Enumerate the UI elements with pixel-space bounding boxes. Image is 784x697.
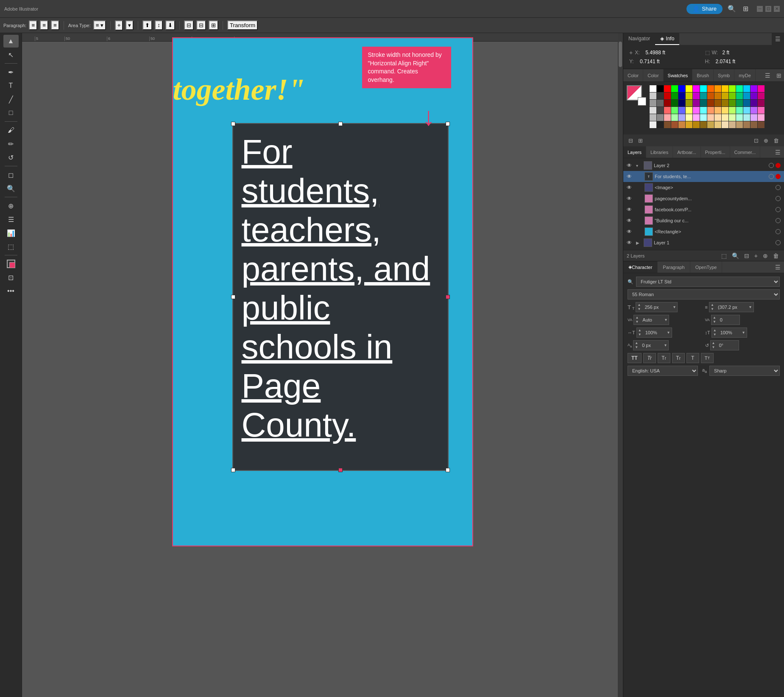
share-button[interactable]: 👤 Share bbox=[686, 4, 723, 14]
swatch-cell[interactable] bbox=[678, 92, 685, 99]
swatch-cell[interactable] bbox=[707, 114, 714, 121]
allcaps-button[interactable]: T bbox=[686, 353, 699, 363]
layer-1-visibility[interactable]: 👁 bbox=[627, 240, 634, 246]
handle-mid-left[interactable] bbox=[231, 295, 235, 299]
hscale-dropdown[interactable]: ▾ bbox=[666, 330, 672, 335]
handle-bot-center[interactable] bbox=[338, 468, 343, 472]
tab-swatches[interactable]: Swatches bbox=[664, 69, 693, 81]
hscale-spinner[interactable]: ▲ ▼ bbox=[637, 328, 643, 337]
layer-item-facebook[interactable]: 👁 facebook.com/P... bbox=[623, 204, 784, 215]
handle-top-right[interactable] bbox=[446, 122, 450, 126]
swatch-cell[interactable] bbox=[671, 121, 678, 128]
screen-mode-tool[interactable]: ⊡ bbox=[3, 271, 19, 284]
make-clipping-mask-button[interactable]: ⬚ bbox=[720, 252, 728, 260]
swatch-cell[interactable] bbox=[729, 121, 736, 128]
swatch-cell[interactable] bbox=[693, 100, 700, 106]
swatch-cell[interactable] bbox=[657, 100, 664, 106]
swatch-cell[interactable] bbox=[736, 121, 743, 128]
swatch-cell[interactable] bbox=[736, 114, 743, 121]
kerning-down[interactable]: ▼ bbox=[634, 320, 640, 324]
handle-bot-right[interactable] bbox=[446, 468, 450, 472]
swatch-cell[interactable] bbox=[664, 121, 671, 128]
swatch-cell[interactable] bbox=[722, 114, 728, 121]
more-tools[interactable]: ••• bbox=[3, 285, 19, 297]
delete-swatch-button[interactable]: 🗑 bbox=[772, 137, 781, 145]
canvas-scrollbar[interactable] bbox=[618, 33, 623, 697]
layer-item-fb-visibility[interactable]: 👁 bbox=[627, 207, 634, 213]
collect-in-new-layer-button[interactable]: ⊟ bbox=[742, 252, 751, 260]
wrap-button[interactable]: ⌖ bbox=[115, 20, 123, 31]
align-bottom-button[interactable]: ⬇ bbox=[165, 20, 175, 30]
align-center-button[interactable]: ≡ bbox=[40, 20, 48, 30]
text-box-selected[interactable]: For students, teachers, parents, and pub… bbox=[232, 123, 449, 471]
swatch-fill-stroke[interactable] bbox=[627, 85, 647, 106]
antialias-select[interactable]: Sharp bbox=[709, 366, 780, 376]
type-tool[interactable]: T bbox=[3, 79, 19, 92]
hscale-input[interactable] bbox=[644, 328, 665, 337]
row-button[interactable]: ⊟ bbox=[196, 20, 206, 30]
swatch-cell[interactable] bbox=[678, 121, 685, 128]
font-size-input[interactable] bbox=[643, 302, 670, 312]
swatch-cell[interactable] bbox=[707, 107, 714, 114]
swatch-cell[interactable] bbox=[671, 100, 678, 106]
swatch-libraries-button[interactable]: ⊟ bbox=[627, 137, 635, 145]
font-size-up[interactable]: ▲ bbox=[636, 303, 642, 307]
tab-color2[interactable]: Color bbox=[643, 69, 663, 81]
swatch-cell[interactable] bbox=[657, 114, 664, 121]
rotation-up[interactable]: ▲ bbox=[711, 341, 717, 345]
swatch-cell[interactable] bbox=[751, 100, 757, 106]
swatch-cell[interactable] bbox=[743, 114, 750, 121]
swatch-cell[interactable] bbox=[657, 92, 664, 99]
swatch-cell[interactable] bbox=[700, 85, 707, 92]
layer-item-page-visibility[interactable]: 👁 bbox=[627, 196, 634, 202]
leading-spinner[interactable]: ▲ ▼ bbox=[709, 303, 715, 311]
swatch-cell[interactable] bbox=[693, 114, 700, 121]
swatch-cell[interactable] bbox=[707, 92, 714, 99]
swatch-cell[interactable] bbox=[743, 121, 750, 128]
tab-myde[interactable]: myDe bbox=[734, 69, 756, 81]
panel-menu-button[interactable]: ☰ bbox=[772, 33, 784, 45]
swatch-cell[interactable] bbox=[693, 121, 700, 128]
baseline-dropdown[interactable]: ▾ bbox=[662, 343, 668, 347]
swatch-cell[interactable] bbox=[743, 100, 750, 106]
tab-opentype[interactable]: OpenType bbox=[690, 261, 723, 273]
handle-mid-right[interactable] bbox=[446, 295, 450, 299]
swatch-cell[interactable] bbox=[729, 114, 736, 121]
swatch-cell[interactable] bbox=[650, 92, 656, 99]
scroll-thumb[interactable] bbox=[619, 42, 622, 67]
swatch-cell[interactable] bbox=[664, 107, 671, 114]
baseline-input[interactable] bbox=[640, 341, 661, 350]
swatch-cell[interactable] bbox=[729, 92, 736, 99]
show-kinds-button[interactable]: ⊞ bbox=[636, 137, 644, 145]
pen-tool[interactable]: ✒ bbox=[3, 66, 19, 78]
baseline-down[interactable]: ▼ bbox=[633, 345, 639, 350]
swatch-cell[interactable] bbox=[664, 100, 671, 106]
canvas-area[interactable]: 5 50 6 50 7 50 together!" Stroke width n… bbox=[22, 33, 623, 697]
swatch-cell[interactable] bbox=[678, 107, 685, 114]
tab-symb[interactable]: Symb bbox=[714, 69, 734, 81]
minimize-button[interactable]: ─ bbox=[757, 6, 763, 12]
layer-item-page[interactable]: 👁 pagecountydem... bbox=[623, 193, 784, 204]
swatch-cell[interactable] bbox=[664, 114, 671, 121]
blend-tool[interactable]: ⊕ bbox=[3, 199, 19, 212]
char-menu-button[interactable]: ☰ bbox=[772, 261, 784, 273]
bold-button[interactable]: TT bbox=[628, 353, 642, 363]
maximize-button[interactable]: ⊡ bbox=[765, 6, 771, 12]
swatch-cell[interactable] bbox=[650, 107, 656, 114]
swatch-cell[interactable] bbox=[743, 92, 750, 99]
swatch-cell[interactable] bbox=[650, 121, 656, 128]
leading-input[interactable] bbox=[716, 302, 747, 312]
swatch-cell[interactable] bbox=[671, 114, 678, 121]
italic-button[interactable]: Tr bbox=[643, 353, 656, 363]
swatch-cell[interactable] bbox=[751, 107, 757, 114]
hscale-down[interactable]: ▼ bbox=[637, 333, 643, 337]
swatch-cell[interactable] bbox=[714, 121, 721, 128]
baseline-up[interactable]: ▲ bbox=[633, 341, 639, 345]
tab-artboard[interactable]: Artboar... bbox=[673, 146, 701, 158]
swatch-cell[interactable] bbox=[686, 85, 692, 92]
tab-comments[interactable]: Commer... bbox=[730, 146, 761, 158]
kerning-up[interactable]: ▲ bbox=[634, 316, 640, 320]
swatch-cell[interactable] bbox=[758, 92, 764, 99]
font-size-dropdown[interactable]: ▾ bbox=[671, 305, 677, 309]
swatch-cell[interactable] bbox=[671, 107, 678, 114]
